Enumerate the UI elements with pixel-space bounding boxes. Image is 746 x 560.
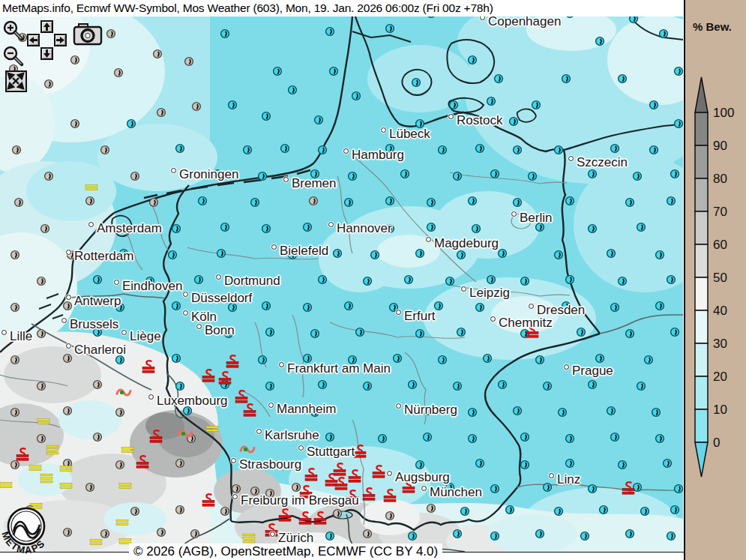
station-symbol — [510, 118, 518, 126]
city-marker-icon — [549, 473, 554, 478]
metmaps-app: CopenhagenRostockLübeckHamburgSzczecinGr… — [0, 0, 746, 560]
station-symbol — [11, 304, 19, 312]
legend-tick-label: 60 — [713, 238, 727, 252]
screenshot-button[interactable] — [73, 22, 104, 49]
city-marker-icon — [61, 318, 67, 323]
station-symbol — [641, 508, 649, 516]
station-symbol — [454, 382, 462, 391]
legend-band — [695, 277, 708, 310]
city-marker-icon — [396, 403, 401, 409]
station-symbol — [266, 328, 274, 337]
pan-left-button[interactable] — [27, 34, 40, 46]
pan-left-icon — [29, 36, 37, 44]
station-symbol — [626, 199, 634, 207]
station-symbol — [634, 172, 642, 181]
legend-band — [695, 244, 708, 277]
station-symbol — [469, 409, 477, 417]
city-label: Lille — [1, 330, 32, 343]
station-symbol — [292, 484, 301, 492]
station-symbol — [11, 409, 19, 417]
fullscreen-button[interactable] — [5, 70, 27, 92]
station-symbol — [71, 56, 79, 64]
station-symbol — [656, 435, 664, 443]
station-symbol — [487, 276, 496, 284]
city-marker-icon — [564, 364, 569, 370]
city-name: Freiburg im Breisgau — [241, 493, 359, 508]
city-label: Erfurt — [396, 310, 436, 322]
city-label: Copenhagen — [480, 15, 561, 28]
station-symbol — [349, 172, 357, 181]
station-symbol — [371, 251, 379, 259]
station-symbol — [364, 382, 372, 391]
station-symbol — [427, 199, 436, 207]
station-symbol — [611, 433, 619, 442]
station-symbol — [386, 512, 394, 520]
city-marker-icon — [298, 445, 304, 451]
station-symbol — [150, 199, 158, 207]
city-name: Prague — [572, 364, 613, 378]
city-name: Lübeck — [389, 127, 430, 141]
city-name: Berlin — [520, 211, 552, 225]
city-marker-icon — [183, 310, 188, 316]
station-symbol — [64, 407, 72, 415]
city-label: Berlin — [511, 211, 552, 224]
fog-symbol — [40, 474, 52, 483]
city-name: Bielefeld — [280, 244, 328, 258]
city-name: München — [430, 485, 482, 499]
city-label: Bremen — [283, 177, 337, 190]
station-symbol — [491, 170, 499, 178]
station-symbol — [71, 120, 79, 128]
zoom-out-button[interactable] — [2, 45, 25, 70]
station-symbol — [229, 101, 237, 109]
city-label: Szczecin — [568, 156, 628, 169]
city-marker-icon — [283, 177, 289, 182]
station-symbol — [345, 199, 353, 207]
station-symbol — [262, 225, 271, 233]
station-symbol — [521, 277, 529, 286]
pan-right-button[interactable] — [54, 34, 67, 46]
station-symbol — [469, 197, 477, 205]
city-marker-icon — [114, 280, 119, 285]
pan-down-button[interactable] — [40, 47, 53, 60]
city-marker-icon — [171, 168, 176, 173]
city-label: Bonn — [196, 324, 235, 337]
city-name: Szczecin — [577, 155, 628, 169]
station-symbol — [185, 58, 193, 66]
station-symbol — [45, 172, 53, 181]
copyright-text: © 2026 (AGB), OpenStreetMap, ECMWF (CC B… — [129, 544, 442, 560]
city-name: Linz — [557, 472, 580, 487]
station-symbol — [589, 170, 597, 178]
city-label: Groningen — [171, 168, 238, 181]
station-symbol — [107, 30, 115, 38]
station-symbol — [589, 225, 597, 233]
station-symbol — [409, 381, 417, 389]
city-name: Leipzig — [469, 286, 510, 300]
city-label: Stuttgart — [298, 445, 355, 458]
city-name: Chemnitz — [499, 316, 553, 330]
station-symbol — [262, 302, 271, 310]
station-symbol — [514, 146, 522, 154]
city-label: Charleroi — [66, 343, 126, 356]
station-symbol — [401, 170, 409, 178]
pan-up-button[interactable] — [40, 20, 53, 33]
legend-tick-label: 40 — [713, 304, 727, 318]
station-symbol — [334, 510, 342, 518]
city-marker-icon — [568, 156, 574, 161]
city-name: Düsseldorf — [191, 291, 252, 305]
station-symbol — [675, 485, 683, 493]
station-symbol — [64, 529, 72, 537]
zoom-out-icon — [2, 45, 25, 67]
station-symbol — [326, 28, 334, 36]
city-marker-icon — [279, 362, 284, 367]
city-name: Hannover — [337, 221, 392, 235]
station-symbol — [13, 146, 21, 154]
station-symbol — [469, 56, 477, 64]
city-label: Bielefeld — [271, 244, 328, 257]
city-label: Mannheim — [268, 403, 336, 415]
legend-band — [695, 343, 708, 376]
city-marker-icon — [448, 114, 454, 119]
station-symbol — [193, 103, 201, 111]
map-background — [0, 0, 684, 560]
map-canvas[interactable]: CopenhagenRostockLübeckHamburgSzczecinGr… — [0, 0, 684, 560]
zoom-in-button[interactable] — [2, 19, 25, 45]
